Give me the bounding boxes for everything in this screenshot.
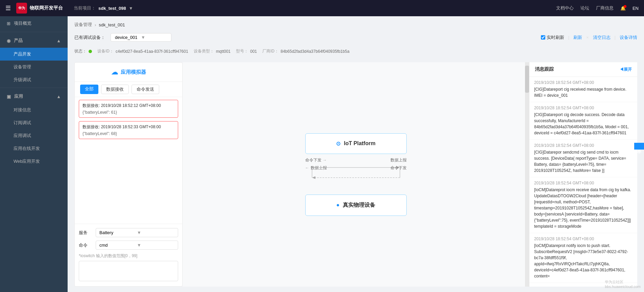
- sep3: |: [615, 35, 616, 40]
- data-entry-2: 数据接收: 2019/10/28 18:52:33 GMT+08:00 {"ba…: [79, 121, 178, 139]
- data-entry-1-payload: {"batteryLevel": 61}: [82, 110, 174, 115]
- project-name: sdk_test_098: [98, 6, 126, 11]
- service-selector[interactable]: Battery ▼: [96, 228, 178, 237]
- service-label: 服务: [79, 230, 92, 236]
- command-selector-caret-icon: ▼: [137, 243, 174, 248]
- device-id-item: 设备ID： c4ef0d27-8ea5-41aa-837f-361cff9476…: [97, 48, 188, 54]
- simulator-form: 服务 Battery ▼ 命令 cmd ▼ *ioswitch 输入的数值: [75, 224, 182, 286]
- diagram-area: ⊙ IoT Platform 命令下发 → ←: [183, 62, 529, 287]
- simulator-title-text: 应用模拟器: [121, 69, 146, 75]
- command-label: 命令: [79, 242, 92, 248]
- simulator-title: ☁ 应用模拟器: [75, 63, 182, 82]
- device-selector[interactable]: device_001 ▼: [111, 33, 171, 42]
- bell-area[interactable]: 🔔: [620, 6, 626, 11]
- sidebar-label-web-app-dev: Web应用开发: [14, 159, 40, 164]
- status-bar: 状态： 设备ID： c4ef0d27-8ea5-41aa-837f-361cff…: [74, 46, 637, 57]
- command-input[interactable]: [79, 261, 178, 281]
- sidebar-item-connect-info[interactable]: 对接信息: [0, 104, 68, 116]
- app-icon: ▣: [7, 94, 11, 99]
- service-selector-caret-icon: ▼: [137, 230, 174, 235]
- sidebar-item-project-overview[interactable]: ⊞ 项目概览: [0, 16, 68, 30]
- sidebar: ⊞ 项目概览 ◉ 产品 ▲ 产品开发 设备管理 升级调试 ▣ 应用 ▲ 对接信息…: [0, 16, 68, 292]
- menu-icon[interactable]: ☰: [5, 4, 11, 12]
- sidebar-section-product[interactable]: ◉ 产品 ▲: [0, 33, 68, 48]
- tab-command-send-label: 命令发送: [137, 87, 154, 92]
- trace-text-1: [CIG]Datareport cig decode success. Deco…: [534, 112, 633, 136]
- realtime-refresh-label[interactable]: 实时刷新: [541, 35, 564, 41]
- command-selector-value: cmd: [99, 243, 137, 248]
- watermark-subtext: bbs.huaweicloud.com: [605, 285, 641, 289]
- data-entry-1-timestamp: 数据接收: 2019/10/28 18:52:12 GMT+08:00: [82, 103, 174, 109]
- trace-entry-4: 2019/10/28 18:52:54 GMT+08:00 [IoCM]Data…: [529, 233, 637, 283]
- device-selector-caret-icon: ▼: [141, 35, 167, 40]
- scroll-thumb: [525, 66, 529, 93]
- data-entry-2-payload: {"batteryLevel": 68}: [82, 131, 174, 136]
- platform-title: 物联网开发平台: [30, 5, 63, 11]
- vendor-link[interactable]: 厂商信息: [596, 5, 614, 11]
- sidebar-item-subscribe-debug[interactable]: 订阅调试: [0, 116, 68, 129]
- main-layout: ⊞ 项目概览 ◉ 产品 ▲ 产品开发 设备管理 升级调试 ▣ 应用 ▲ 对接信息…: [0, 16, 644, 292]
- side-float-button[interactable]: 小助手: [634, 143, 644, 150]
- docs-link[interactable]: 文档中心: [556, 5, 574, 11]
- product-chevron-icon: ▲: [56, 38, 61, 43]
- data-log: 数据接收: 2019/10/28 18:52:12 GMT+08:00 {"ba…: [75, 97, 182, 224]
- sep2: ×: [586, 35, 589, 40]
- iot-platform-box: ⊙ IoT Platform: [305, 133, 407, 154]
- trace-time-1: 2019/10/28 18:52:54 GMT+08:00: [534, 106, 633, 110]
- scroll-bar[interactable]: [525, 62, 529, 287]
- device-type-item: 设备类型： mqtt001: [194, 48, 231, 54]
- sidebar-divider-1: [0, 32, 68, 32]
- command-down-label-2: 命令下发: [390, 165, 407, 171]
- tab-command-send[interactable]: 命令发送: [132, 85, 159, 94]
- sidebar-item-device-mgmt[interactable]: 设备管理: [0, 61, 68, 73]
- sidebar-item-app-online-dev[interactable]: 应用在线开发: [0, 142, 68, 155]
- simulator-tabs: 全部 数据接收 命令发送: [75, 82, 182, 97]
- project-overview-icon: ⊞: [7, 21, 10, 26]
- sep1: |: [568, 35, 569, 40]
- sidebar-item-web-app-dev[interactable]: Web应用开发: [0, 155, 68, 168]
- status-dot: [89, 50, 92, 53]
- top-navigation: ☰ 华为 物联网开发平台 当前项目： sdk_test_098 ▼ 文档中心 论…: [0, 0, 644, 16]
- realtime-refresh-text: 实时刷新: [547, 35, 564, 41]
- service-row: 服务 Battery ▼: [79, 228, 178, 237]
- command-selector[interactable]: cmd ▼: [96, 241, 178, 250]
- simulator-panel: ☁ 应用模拟器 全部 数据接收 命令发送 数据接收: 20: [74, 62, 183, 287]
- realtime-refresh-checkbox[interactable]: [541, 35, 545, 40]
- trace-entry-1: 2019/10/28 18:52:54 GMT+08:00 [CIG]Datar…: [529, 102, 637, 140]
- app-chevron-icon: ▲: [56, 94, 61, 99]
- data-entry-2-timestamp: 数据接收: 2019/10/28 18:52:33 GMT+08:00: [82, 124, 174, 130]
- clear-log-button[interactable]: 清空日志: [593, 35, 611, 41]
- sidebar-item-product-dev[interactable]: 产品开发: [0, 48, 68, 61]
- device-id-value: c4ef0d27-8ea5-41aa-837f-361cff947601: [116, 49, 188, 54]
- sidebar-item-upgrade-debug[interactable]: 升级调试: [0, 73, 68, 86]
- language-selector[interactable]: EN: [633, 6, 639, 11]
- trace-expand-button[interactable]: ◀展开: [620, 67, 632, 72]
- data-up-label-2: 数据上报: [390, 157, 407, 163]
- vendor-value: 84b65d2fad3d4a37b64f040935fb1b5a: [281, 49, 350, 54]
- device-detail-button[interactable]: 设备详情: [620, 35, 637, 41]
- watermark: 华为云社区 bbs.huaweicloud.com: [605, 279, 641, 289]
- status-item: 状态：: [74, 48, 92, 54]
- tab-data-receive[interactable]: 数据接收: [101, 85, 129, 94]
- project-chevron-icon[interactable]: ▼: [129, 6, 133, 11]
- content-area: ☁ 应用模拟器 全部 数据接收 命令发送 数据接收: 20: [74, 62, 637, 287]
- sidebar-label-upgrade-debug: 升级调试: [14, 77, 31, 82]
- sidebar-label-project-overview: 项目概览: [14, 20, 31, 26]
- trace-panel: 消息跟踪 ◀展开 2019/10/28 18:52:54 GMT+08:00 […: [529, 62, 637, 287]
- huawei-logo: 华为: [16, 3, 27, 14]
- sidebar-item-app-debug[interactable]: 应用调试: [0, 129, 68, 142]
- device-type-label: 设备类型：: [194, 48, 214, 54]
- model-label: 型号：: [236, 48, 248, 54]
- trace-content: 2019/10/28 18:52:54 GMT+08:00 [CIG]Datar…: [529, 77, 637, 287]
- sidebar-label-product: 产品: [14, 38, 23, 44]
- project-label: 当前项目：: [74, 5, 96, 11]
- top-right-controls: 实时刷新 | 刷新 × 清空日志 | 设备详情: [541, 35, 637, 41]
- tab-all[interactable]: 全部: [80, 85, 98, 94]
- sidebar-section-app[interactable]: ▣ 应用 ▲: [0, 89, 68, 104]
- refresh-button[interactable]: 刷新: [573, 35, 582, 41]
- form-hint: *ioswitch 输入的数值范围[0，99]: [79, 253, 178, 259]
- trace-text-2: [CIG]Datarepor sendcmd cig send cmd to i…: [534, 149, 633, 174]
- breadcrumb-item-device-mgmt[interactable]: 设备管理: [74, 22, 92, 28]
- forum-link[interactable]: 论坛: [580, 5, 589, 11]
- main-content: 设备管理 › sdk_test_001 已有调试设备： device_001 ▼…: [68, 16, 644, 292]
